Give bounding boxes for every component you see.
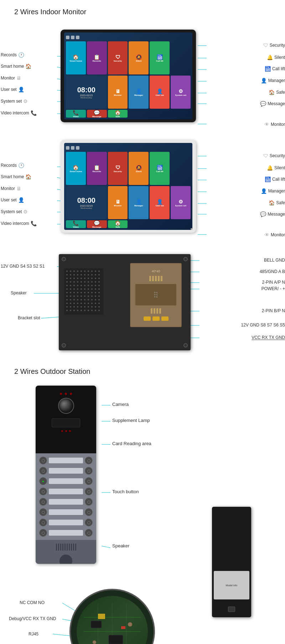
sh-7 [69,543,70,551]
svg-point-92 [84,288,86,290]
left-label-systemset-2: System set ⚙ [1,209,28,215]
monitor-icon-2: 🖥 [16,186,21,191]
call-btn-5: ◯ [39,498,47,506]
svg-point-86 [98,285,100,286]
svg-point-115 [95,295,96,297]
svg-point-105 [95,292,96,293]
svg-point-95 [95,288,96,290]
ir-dot-1 [60,393,62,395]
svg-point-135 [95,303,96,304]
tile-manager: 👤 Manager [129,76,149,109]
tile-video: 📞 Video [66,110,86,118]
gear-icon-2: ⚙ [23,209,28,215]
message-label-2: Message [268,212,285,217]
ir-dot-3 [70,393,72,395]
power-pins-label: 12V GND S4 S3 S2 S1 [1,264,45,269]
screen-time-2: 08:00 [77,196,95,205]
black-monitor-device: 🏠 Smart home 📋 Records 🛡 Security 🔕 Sile… [61,30,196,122]
svg-point-127 [66,303,68,304]
card-reading-label-wrapper: Card Reading area [112,441,151,446]
svg-point-68 [70,281,71,283]
svg-point-80 [77,285,78,286]
call-btn-6: ◯ [39,508,47,516]
btn-row-7: ◯ ◯ [39,518,93,527]
svg-rect-176 [91,621,102,628]
tile-safe-2: 🏠 Safe [108,220,128,228]
speaker-grille-area: // Generate dots in SVG [64,268,103,315]
indicator-dot [191,228,192,230]
wiring-rj45: RJ45 [28,632,38,637]
bell-icon-2: 🔔 [267,165,273,171]
call-btn-r-2: ◯ [85,467,93,475]
svg-point-100 [77,292,78,293]
video-label: Video intercom [1,110,29,115]
right-panel-485-gnd: 485/GND A B [260,269,285,274]
svg-point-129 [73,303,75,304]
svg-point-148 [70,310,71,311]
svg-point-118 [70,299,71,300]
tile-calllift-2: 🛗 Call lift [150,152,170,185]
svg-point-179 [128,622,132,627]
svg-point-154 [91,310,93,311]
svg-point-67 [66,281,68,283]
screen-date-2: 2023-02/15 [80,205,93,207]
sh-1 [56,543,57,551]
eye-icon-2: 👁 [264,232,269,238]
svg-point-145 [95,306,96,308]
brand-btn [59,554,73,564]
call-btn-3: ● [39,477,47,485]
tile-systemset-2: ⚙ System set [171,186,191,219]
connector-row-2 [151,308,161,314]
svg-point-37 [66,271,68,272]
mount-hole-br [183,343,188,347]
manager-icon: 👤 [261,78,267,83]
home-icon: 🏠 [25,63,31,69]
svg-point-146 [98,306,100,308]
card-reading-label: Card Reading area [112,441,151,446]
svg-point-85 [95,285,96,286]
black-monitor-diagram: Records 🕐 Smart home 🏠 Monitor 🖥 User se… [0,22,285,133]
svg-point-128 [70,303,71,304]
sh-10 [75,543,76,551]
tile-message: 💬 Message [87,110,107,118]
right-panel-12v-s8: 12V GND S8 S7 S6 S5 [241,323,285,328]
silent-label-2: Silent [274,165,285,170]
name-plate-3 [49,478,83,484]
tile-userset-2: 👤 User set [150,186,170,219]
left-panel-power-pins: 12V GND S4 S3 S2 S1 [1,264,45,269]
left-label-records: Records 🕐 [1,52,24,58]
manager-icon-2: 👤 [261,188,267,194]
safe-icon-2: 🏠 [269,200,275,206]
left-label-smarthome-2: Smart home 🏠 [1,174,31,180]
tile-message-2: 💬 Message [87,220,107,228]
call-btn-2: ◯ [39,467,47,475]
page-container: 2 Wires Indoor Monitor Records 🕐 [0,0,285,644]
svg-point-109 [73,295,75,297]
svg-point-108 [70,295,71,297]
svg-point-55 [95,274,96,275]
svg-point-57 [66,278,68,279]
svg-point-149 [73,310,75,311]
btn-row-1: ◯ ◯ [39,456,93,465]
monitor-label-2: Monitor [1,186,15,191]
svg-point-42 [84,271,86,272]
camera-area [36,386,96,453]
records-label-2: Records [1,163,17,168]
tile-systemset: ⚙ System set [171,76,191,109]
svg-point-103 [88,292,89,293]
right-label-manager-2: 👤 Manager [261,188,285,194]
btn-row-5: ◯ ◯ [39,498,93,506]
white-monitor-device: 🏠 Smart home 📋 Records 🛡 Security 🔕 Sile… [61,140,196,233]
tile-clock-2: 08:00 2023-02/15 Wednesday [66,186,107,219]
tile-monitor-2: 🖥 Monitor [108,186,128,219]
bottom-speaker-area [36,540,96,564]
name-plate-5 [49,499,83,505]
svg-point-56 [98,274,100,275]
section2-title-wrapper: 2 Wires Outdoor Station [0,361,285,382]
monitor-screen-2: 🏠 Smart home 📋 Records 🛡 Security 🔕 Sile… [64,143,192,230]
svg-point-78 [70,285,71,286]
svg-rect-177 [109,635,123,644]
systemset-label-2: System set [1,209,22,214]
svg-point-120 [77,299,78,300]
svg-point-49 [73,274,75,275]
